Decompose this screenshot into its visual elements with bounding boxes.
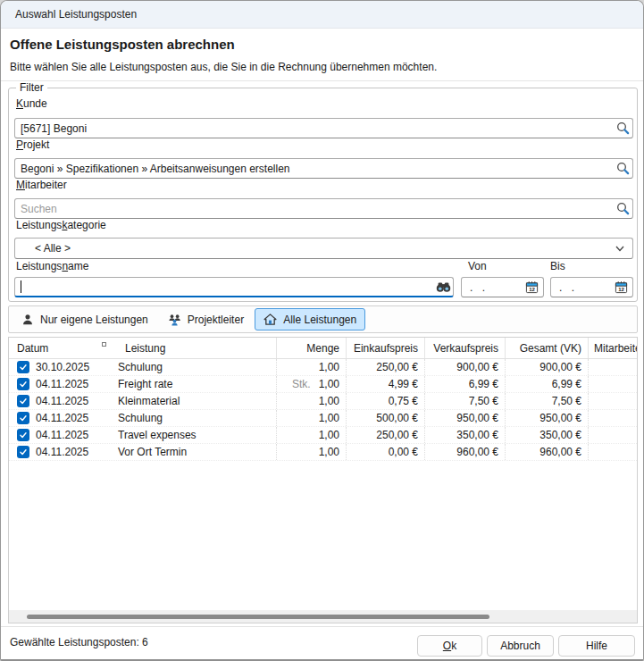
row-checkbox[interactable] [9, 410, 36, 426]
mitarbeiter-label: Mitarbeiter [16, 179, 67, 191]
search-icon[interactable] [613, 120, 632, 138]
row-checkbox[interactable] [9, 444, 36, 460]
square-icon [102, 342, 106, 347]
checkmark-icon [17, 378, 29, 390]
horizontal-scrollbar-thumb[interactable] [27, 615, 489, 619]
row-checkbox[interactable] [9, 393, 36, 409]
toolbar-button-projektleiter[interactable]: Projektleiter [159, 308, 253, 330]
house-icon [263, 313, 277, 326]
cell-menge: 1,00 [277, 393, 347, 409]
horizontal-scrollbar[interactable] [9, 610, 637, 623]
footer-divider [1, 626, 643, 627]
column-header-verkaufspreis[interactable]: Verkaufspreis [425, 338, 506, 358]
bis-value: . . [559, 281, 574, 294]
mitarbeiter-field [14, 198, 633, 219]
column-header-menge[interactable]: Menge [277, 338, 347, 358]
status-selected-count: Gewählte Leistungsposten: 6 [10, 636, 148, 648]
cell-verkaufspreis: 900,00 € [425, 359, 506, 375]
row-checkbox[interactable] [9, 427, 36, 443]
table-row[interactable]: 04.11.2025 Travel expenses 1,00 250,00 €… [9, 427, 637, 444]
cell-mitarbeiter [589, 393, 637, 409]
column-header-mitarbeiter[interactable]: Mitarbeite [589, 338, 638, 358]
checkmark-icon [17, 412, 29, 424]
column-header-leistung[interactable]: Leistung [113, 338, 277, 358]
cell-datum: 04.11.2025 [36, 376, 96, 392]
cell-menge: 1,00 [277, 427, 347, 443]
cancel-button[interactable]: Abbruch [487, 635, 554, 657]
von-label: Von [468, 260, 487, 272]
row-checkbox[interactable] [9, 376, 36, 392]
cell-leistung: Travel expenses [113, 427, 277, 443]
table-row[interactable]: 04.11.2025 Kleinmaterial 1,00 0,75 € 7,5… [9, 393, 637, 410]
table-row[interactable]: 30.10.2025 Schulung 1,00 250,00 € 900,00… [9, 359, 637, 376]
table-row[interactable]: 04.11.2025 Freight rate Stk.1,00 4,99 € … [9, 376, 637, 393]
dialog-header: Offene Leistungsposten abrechnen Bitte w… [1, 29, 643, 81]
cell-gesamt: 6,99 € [506, 376, 589, 392]
cell-menge: 1,00 [277, 444, 347, 460]
checkmark-icon [17, 361, 29, 373]
svg-text:12: 12 [618, 287, 624, 292]
cell-einkaufspreis: 0,75 € [347, 393, 425, 409]
cell-mitarbeiter [589, 427, 637, 443]
cell-gesamt: 950,00 € [506, 410, 589, 426]
leistungsname-input[interactable] [21, 280, 433, 293]
search-icon[interactable] [613, 160, 632, 178]
toolbar-button-label: Nur eigene Leistungen [40, 314, 148, 326]
checkmark-icon [17, 429, 29, 441]
column-header-einkaufspreis[interactable]: Einkaufspreis [347, 338, 425, 358]
cell-unit: Stk. [292, 378, 311, 390]
kunde-input[interactable] [15, 122, 613, 135]
page-subtitle: Bitte wählen Sie alle Leistungsposten au… [10, 61, 437, 73]
cell-gesamt: 960,00 € [506, 444, 589, 460]
mitarbeiter-input[interactable] [15, 203, 613, 215]
cell-mitarbeiter [589, 376, 637, 392]
checkmark-icon [17, 446, 29, 458]
bis-datefield[interactable]: . . 12 [550, 277, 633, 297]
table-row[interactable]: 04.11.2025 Vor Ort Termin 1,00 0,00 € 96… [9, 444, 637, 461]
cell-datum: 04.11.2025 [36, 444, 96, 460]
row-checkbox[interactable] [9, 359, 36, 375]
calendar-icon[interactable]: 12 [615, 280, 628, 294]
cell-verkaufspreis: 350,00 € [425, 427, 506, 443]
calendar-icon[interactable]: 12 [525, 280, 539, 294]
leistungskategorie-select[interactable]: < Alle > [14, 238, 633, 259]
search-icon[interactable] [613, 200, 632, 218]
person-icon [21, 314, 34, 326]
cell-gesamt: 350,00 € [506, 427, 589, 443]
cell-einkaufspreis: 4,99 € [347, 376, 425, 392]
projekt-input[interactable] [15, 163, 613, 175]
toolbar-button-alle-leistungen[interactable]: Alle Leistungen [255, 308, 365, 330]
cell-datum: 30.10.2025 [36, 359, 96, 375]
cell-icon [96, 393, 113, 409]
cell-icon [96, 410, 113, 426]
projekt-field [14, 158, 633, 179]
column-header-datum[interactable]: Datum [9, 338, 96, 358]
leistungsname-label: Leistungsname [16, 260, 88, 272]
cell-einkaufspreis: 250,00 € [347, 359, 425, 375]
cell-leistung: Kleinmaterial [113, 393, 277, 409]
binoculars-icon[interactable] [433, 278, 453, 296]
cell-datum: 04.11.2025 [36, 393, 96, 409]
cell-einkaufspreis: 250,00 € [347, 427, 425, 443]
cell-gesamt: 900,00 € [506, 359, 589, 375]
cell-icon [96, 444, 113, 460]
column-header-icon[interactable] [96, 338, 113, 358]
bis-label: Bis [550, 260, 565, 272]
projekt-label: Projekt [16, 138, 49, 151]
von-datefield[interactable]: . . 12 [461, 277, 544, 297]
cell-verkaufspreis: 960,00 € [425, 444, 506, 460]
column-header-gesamt[interactable]: Gesamt (VK) [506, 338, 589, 358]
cell-gesamt: 7,50 € [506, 393, 589, 409]
toolbar-button-label: Projektleiter [188, 314, 244, 326]
help-button[interactable]: Hilfe [558, 635, 635, 657]
cell-icon [96, 359, 113, 375]
table-row[interactable]: 04.11.2025 Schulung 1,00 500,00 € 950,00… [9, 410, 637, 427]
cell-verkaufspreis: 950,00 € [425, 410, 506, 426]
cell-leistung: Vor Ort Termin [113, 444, 277, 460]
table-header-row[interactable]: Datum Leistung Menge Einkaufspreis Verka… [9, 338, 637, 359]
ok-button[interactable]: Ok [417, 635, 482, 657]
svg-text:12: 12 [529, 287, 535, 292]
titlebar[interactable]: Auswahl Leistungsposten [1, 1, 643, 29]
toolbar-button-nur-eigene-leistungen[interactable]: Nur eigene Leistungen [13, 308, 157, 330]
page-title: Offene Leistungsposten abrechnen [10, 37, 235, 52]
